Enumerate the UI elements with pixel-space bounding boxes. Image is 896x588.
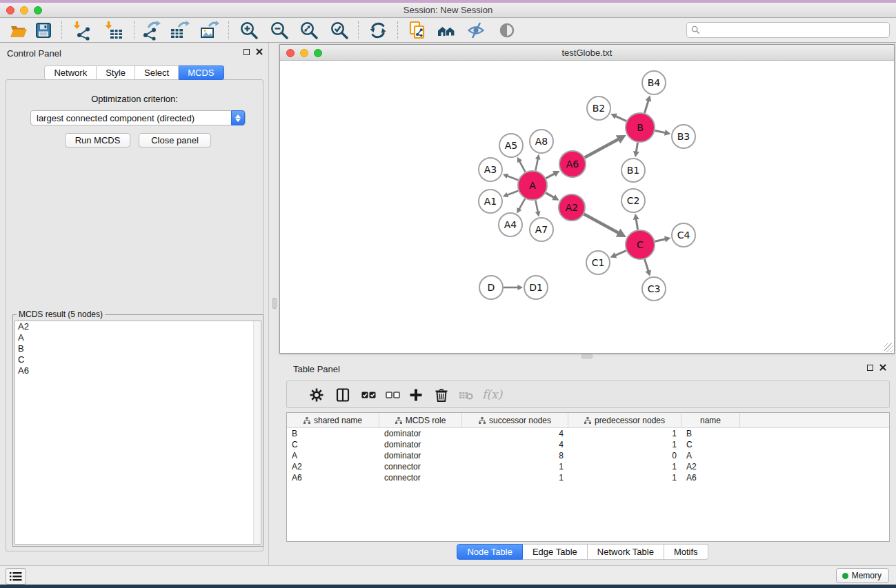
graph-edge-A-A8[interactable] (535, 154, 541, 171)
tab-network-table[interactable]: Network Table (588, 544, 664, 560)
table-cell[interactable]: dominator (379, 450, 462, 461)
save-session-icon[interactable] (33, 20, 54, 41)
graph-node-C4[interactable]: C4 (672, 223, 695, 247)
tab-edge-table[interactable]: Edge Table (523, 544, 588, 560)
table-cell[interactable]: 0 (568, 450, 681, 461)
graph-edge-A6-B[interactable] (585, 135, 626, 158)
table-cell[interactable]: A6 (681, 472, 740, 483)
export-table-icon[interactable] (169, 20, 190, 41)
graph-edge-A-A5[interactable] (517, 157, 526, 172)
mcds-result-item[interactable]: B (15, 343, 261, 354)
tab-style[interactable]: Style (97, 65, 135, 80)
float-panel-icon[interactable] (867, 365, 873, 371)
graph-edge-A2-C[interactable] (584, 214, 626, 237)
optimization-criterion-select[interactable]: largest connected component (directed) (30, 110, 246, 125)
mcds-result-item[interactable]: C (15, 354, 261, 365)
table-cell[interactable]: 1 (462, 461, 568, 472)
import-table-icon[interactable] (104, 20, 125, 41)
export-image-icon[interactable] (199, 20, 219, 41)
graph-node-A3[interactable]: A3 (479, 158, 502, 181)
graph-node-B3[interactable]: B3 (672, 125, 695, 148)
table-cell[interactable]: A2 (681, 461, 740, 472)
graph-node-A2[interactable]: A2 (559, 194, 585, 221)
mcds-result-item[interactable]: A2 (15, 321, 261, 332)
table-cell[interactable]: dominator (379, 439, 462, 450)
graph-edge-C-C4[interactable] (655, 236, 670, 243)
export-network-icon[interactable] (140, 20, 161, 41)
settings-icon[interactable] (309, 387, 324, 403)
copy-network-icon[interactable] (407, 20, 428, 41)
close-panel-icon[interactable] (879, 364, 886, 371)
memory-button[interactable]: Memory (836, 568, 889, 583)
graph-node-C[interactable]: C (626, 230, 655, 259)
graph-edge-C-C1[interactable] (610, 251, 626, 258)
graph-node-B4[interactable]: B4 (642, 71, 666, 94)
zoom-in-icon[interactable] (239, 20, 259, 41)
table-cell[interactable]: 4 (462, 439, 568, 450)
mcds-result-item[interactable]: A6 (15, 365, 261, 376)
tab-motifs[interactable]: Motifs (664, 544, 708, 560)
table-cell[interactable]: A2 (287, 461, 379, 472)
graph-node-C1[interactable]: C1 (586, 251, 610, 274)
tab-mcds[interactable]: MCDS (179, 65, 223, 80)
table-row[interactable]: A2connector11A2 (287, 461, 889, 472)
table-row[interactable]: Adominator80A (287, 450, 889, 461)
hide-selected-icon[interactable] (466, 20, 486, 41)
table-cell[interactable]: 1 (568, 472, 681, 483)
graph-edge-D-D1[interactable] (504, 285, 523, 290)
graph-node-C3[interactable]: C3 (642, 277, 666, 301)
table-cell[interactable]: A (287, 450, 379, 461)
run-mcds-button[interactable]: Run MCDS (65, 133, 130, 148)
zoom-out-icon[interactable] (269, 20, 290, 41)
column-header-predecessor-nodes[interactable]: predecessor nodes (568, 413, 681, 427)
table-cell[interactable]: C (287, 439, 379, 450)
graph-edge-A-A1[interactable] (503, 191, 519, 198)
network-canvas[interactable]: B4B2BB3A8A5A6A3B1AA1C2A2A4A7C4CC1C3DD1 (280, 61, 894, 353)
table-cell[interactable]: 1 (568, 428, 681, 439)
graph-node-C2[interactable]: C2 (621, 189, 645, 212)
show-panels-button[interactable] (6, 568, 26, 585)
import-network-icon[interactable] (72, 20, 93, 41)
add-column-icon[interactable] (408, 387, 424, 403)
table-cell[interactable]: A (681, 450, 740, 461)
graph-node-B1[interactable]: B1 (621, 159, 645, 182)
delete-column-icon[interactable] (434, 387, 449, 403)
graph-node-D[interactable]: D (479, 276, 503, 299)
column-header-shared-name[interactable]: shared name (287, 413, 379, 427)
graph-edge-A-A4[interactable] (517, 199, 525, 213)
graph-node-B[interactable]: B (626, 113, 655, 142)
horizontal-splitter-handle[interactable] (272, 298, 277, 309)
show-all-icon[interactable] (497, 20, 517, 41)
graph-edge-C-C2[interactable] (633, 214, 639, 230)
table-cell[interactable]: dominator (379, 428, 462, 439)
graph-edge-B-B4[interactable] (644, 95, 651, 113)
mcds-list-scrollbar[interactable] (253, 321, 261, 544)
first-neighbors-icon[interactable] (436, 20, 457, 41)
graph-node-A7[interactable]: A7 (530, 218, 553, 241)
table-cell[interactable]: B (681, 428, 740, 439)
window-resize-grip[interactable] (884, 343, 893, 352)
graph-node-A4[interactable]: A4 (499, 213, 522, 236)
table-cell[interactable]: C (681, 439, 740, 450)
graph-edge-B-B1[interactable] (633, 143, 639, 158)
table-row[interactable]: Cdominator41C (287, 439, 889, 450)
search-input[interactable] (703, 24, 889, 37)
tab-select[interactable]: Select (135, 65, 179, 80)
graph-node-A1[interactable]: A1 (479, 190, 502, 213)
column-header-MCDS-role[interactable]: MCDS role (379, 413, 462, 427)
mcds-result-item[interactable]: A (15, 332, 261, 343)
table-row[interactable]: A6connector11A6 (287, 472, 889, 483)
refresh-icon[interactable] (368, 20, 388, 41)
graph-edge-A-A7[interactable] (535, 201, 541, 217)
close-panel-button[interactable]: Close panel (139, 133, 211, 148)
tab-node-table[interactable]: Node Table (457, 544, 523, 560)
graph-node-A5[interactable]: A5 (499, 134, 523, 157)
graph-node-D1[interactable]: D1 (524, 276, 548, 299)
graph-edge-A-A6[interactable] (546, 171, 559, 179)
table-row[interactable]: Bdominator41B (287, 428, 889, 439)
graph-edge-C-C3[interactable] (645, 259, 651, 276)
graph-node-A6[interactable]: A6 (559, 151, 586, 177)
column-header-name[interactable]: name (681, 413, 740, 427)
table-cell[interactable]: 1 (568, 461, 681, 472)
table-cell[interactable]: 4 (462, 428, 568, 439)
